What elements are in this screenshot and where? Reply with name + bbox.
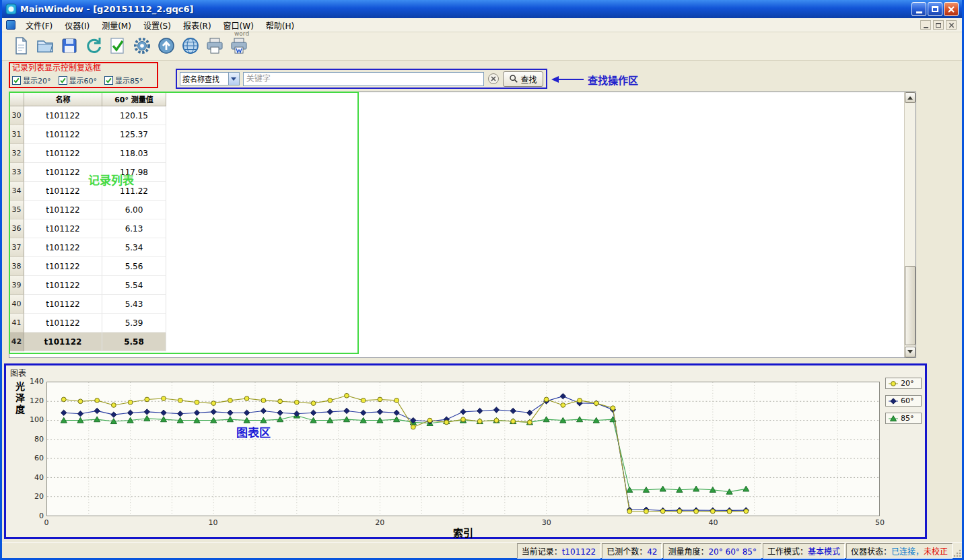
- legend-item[interactable]: 60°: [885, 395, 922, 407]
- toolbar: word: [2, 32, 962, 61]
- row-number[interactable]: 42: [9, 332, 24, 351]
- table-row[interactable]: 42t1011225.58: [9, 332, 916, 351]
- row-number[interactable]: 40: [9, 295, 24, 314]
- cell-measure-value[interactable]: 6.00: [102, 201, 166, 219]
- resize-grip-icon[interactable]: [953, 549, 961, 557]
- table-row[interactable]: 31t101122125.37: [9, 125, 916, 144]
- triangle-marker-icon: [889, 414, 898, 423]
- close-button[interactable]: [944, 2, 959, 16]
- new-file-button[interactable]: [9, 34, 33, 58]
- row-number[interactable]: 30: [9, 106, 24, 125]
- chevron-down-icon[interactable]: [228, 73, 239, 85]
- row-number[interactable]: 41: [9, 314, 24, 332]
- maximize-button[interactable]: [928, 2, 942, 16]
- cell-name[interactable]: t101122: [24, 295, 102, 314]
- mdi-close-button[interactable]: [946, 20, 957, 30]
- table-row[interactable]: 35t1011226.00: [9, 201, 916, 219]
- cell-name[interactable]: t101122: [24, 106, 102, 125]
- column-header[interactable]: [9, 92, 24, 106]
- search-input[interactable]: [243, 72, 484, 86]
- sync-globe-button[interactable]: [178, 34, 203, 58]
- row-number[interactable]: 33: [9, 163, 24, 182]
- refresh-button[interactable]: [81, 34, 106, 58]
- column-header[interactable]: 60° 测量值: [102, 92, 166, 106]
- row-number[interactable]: 36: [9, 219, 24, 238]
- cell-measure-value[interactable]: 118.03: [102, 144, 166, 163]
- legend-item[interactable]: 85°: [885, 413, 922, 424]
- scroll-down-button[interactable]: [905, 347, 916, 357]
- cell-name[interactable]: t101122: [24, 332, 102, 351]
- table-row[interactable]: 41t1011225.39: [9, 314, 916, 332]
- row-number[interactable]: 32: [9, 144, 24, 163]
- row-number[interactable]: 37: [9, 238, 24, 257]
- open-folder-button[interactable]: [33, 34, 57, 58]
- cell-name[interactable]: t101122: [24, 201, 102, 219]
- cell-measure-value[interactable]: 111.22: [102, 182, 166, 201]
- settings-gear-button[interactable]: [130, 34, 154, 58]
- import-check-button[interactable]: [106, 34, 130, 58]
- cell-name[interactable]: t101122: [24, 125, 102, 144]
- cell-name[interactable]: t101122: [24, 314, 102, 332]
- table-row[interactable]: 39t1011225.54: [9, 276, 916, 295]
- cell-measure-value[interactable]: 125.37: [102, 125, 166, 144]
- cell-measure-value[interactable]: 5.56: [102, 257, 166, 276]
- cell-name[interactable]: t101122: [24, 144, 102, 163]
- cell-name[interactable]: t101122: [24, 182, 102, 201]
- menu-measure[interactable]: 测量(M): [96, 18, 137, 33]
- mdi-restore-button[interactable]: [933, 20, 944, 30]
- row-number[interactable]: 34: [9, 182, 24, 201]
- row-number[interactable]: 39: [9, 276, 24, 295]
- checkbox-show-20[interactable]: 显示20°: [12, 75, 51, 85]
- table-row[interactable]: 38t1011225.56: [9, 257, 916, 276]
- cell-name[interactable]: t101122: [24, 276, 102, 295]
- mdi-child-icon[interactable]: [6, 20, 15, 30]
- status-value: t101122: [562, 547, 596, 557]
- upload-button[interactable]: [154, 34, 178, 58]
- cell-name[interactable]: t101122: [24, 257, 102, 276]
- word-export-button[interactable]: word: [227, 34, 251, 58]
- column-header[interactable]: 名称: [24, 92, 102, 106]
- cell-measure-value[interactable]: 117.98: [102, 163, 166, 182]
- cell-measure-value[interactable]: 5.58: [102, 332, 166, 351]
- menu-bar-items: 文件(F)仪器(I)测量(M)设置(S)报表(R)窗口(W)帮助(H): [20, 18, 300, 33]
- combobox-value: 按名称查找: [180, 73, 228, 84]
- find-button[interactable]: 查找: [503, 71, 543, 87]
- cell-measure-value[interactable]: 5.43: [102, 295, 166, 314]
- clear-search-button[interactable]: [487, 73, 500, 85]
- minimize-button[interactable]: [911, 2, 926, 16]
- menu-instrument[interactable]: 仪器(I): [59, 18, 96, 33]
- cell-name[interactable]: t101122: [24, 238, 102, 257]
- row-number[interactable]: 35: [9, 201, 24, 219]
- table-scrollbar[interactable]: [904, 92, 916, 357]
- menu-help[interactable]: 帮助(H): [260, 18, 300, 33]
- cell-name[interactable]: t101122: [24, 163, 102, 182]
- save-button[interactable]: [57, 34, 81, 58]
- cell-measure-value[interactable]: 120.15: [102, 106, 166, 125]
- menu-settings[interactable]: 设置(S): [137, 18, 177, 33]
- table-row[interactable]: 36t1011226.13: [9, 219, 916, 238]
- checkbox-show-60[interactable]: 显示60°: [59, 75, 98, 85]
- cell-measure-value[interactable]: 5.54: [102, 276, 166, 295]
- table-row[interactable]: 34t101122111.22: [9, 182, 916, 201]
- mdi-minimize-button[interactable]: [920, 20, 931, 30]
- search-mode-combobox[interactable]: 按名称查找: [180, 72, 240, 85]
- scroll-up-button[interactable]: [905, 92, 916, 103]
- table-row[interactable]: 32t101122118.03: [9, 144, 916, 163]
- menu-file[interactable]: 文件(F): [20, 18, 59, 33]
- cell-name[interactable]: t101122: [24, 219, 102, 238]
- row-number[interactable]: 31: [9, 125, 24, 144]
- cell-measure-value[interactable]: 5.39: [102, 314, 166, 332]
- status-bar: 当前记录：t101122已测个数：42测量角度：20° 60° 85°工作模式：…: [2, 542, 962, 558]
- cell-measure-value[interactable]: 5.34: [102, 238, 166, 257]
- row-number[interactable]: 38: [9, 257, 24, 276]
- menu-report[interactable]: 报表(R): [177, 18, 217, 33]
- cell-measure-value[interactable]: 6.13: [102, 219, 166, 238]
- print-button[interactable]: [203, 34, 227, 58]
- checkbox-show-85[interactable]: 显示85°: [104, 75, 143, 85]
- table-row[interactable]: 40t1011225.43: [9, 295, 916, 314]
- scrollbar-thumb[interactable]: [905, 266, 916, 345]
- legend-item[interactable]: 20°: [885, 378, 922, 389]
- table-row[interactable]: 37t1011225.34: [9, 238, 916, 257]
- table-row[interactable]: 30t101122120.15: [9, 106, 916, 125]
- table-row[interactable]: 33t101122117.98: [9, 163, 916, 182]
